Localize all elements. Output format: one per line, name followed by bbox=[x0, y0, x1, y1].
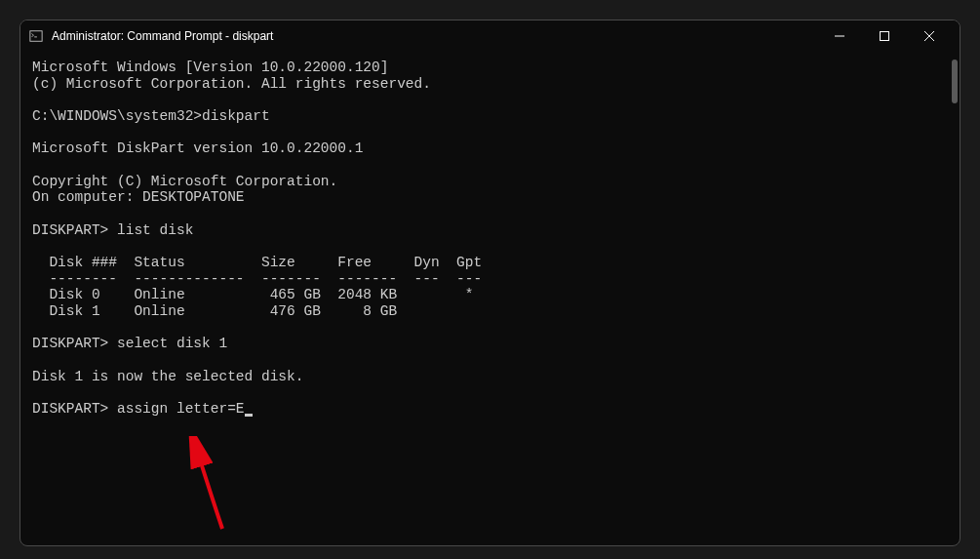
window-controls bbox=[817, 20, 952, 52]
terminal-output[interactable]: Microsoft Windows [Version 10.0.22000.12… bbox=[20, 52, 960, 545]
scrollbar-thumb[interactable] bbox=[952, 60, 958, 103]
minimize-button[interactable] bbox=[817, 20, 862, 52]
titlebar[interactable]: Administrator: Command Prompt - diskpart bbox=[20, 20, 960, 52]
text-cursor bbox=[245, 414, 253, 417]
window-title: Administrator: Command Prompt - diskpart bbox=[52, 29, 817, 43]
close-button[interactable] bbox=[907, 20, 952, 52]
app-icon bbox=[28, 28, 44, 44]
svg-rect-3 bbox=[881, 32, 889, 41]
svg-rect-0 bbox=[30, 31, 42, 42]
maximize-button[interactable] bbox=[862, 20, 907, 52]
command-prompt-window: Administrator: Command Prompt - diskpart… bbox=[20, 20, 960, 546]
terminal-text: Microsoft Windows [Version 10.0.22000.12… bbox=[32, 60, 482, 417]
